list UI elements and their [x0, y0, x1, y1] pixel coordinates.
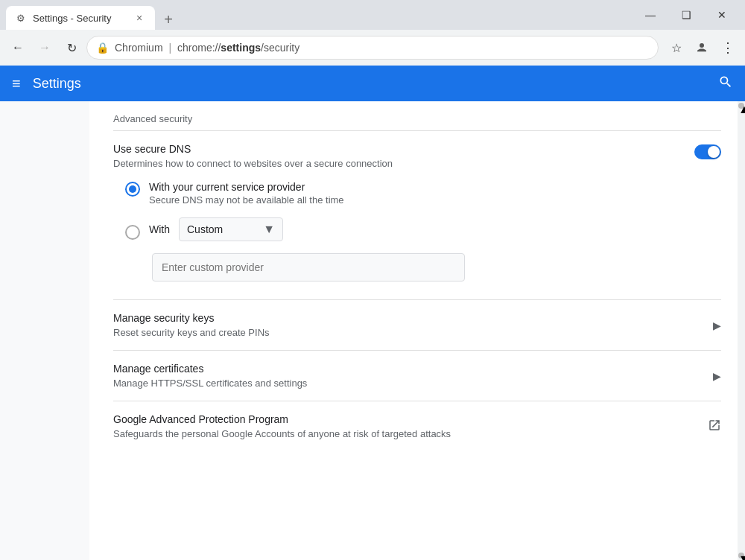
- sidebar: [0, 101, 89, 560]
- active-tab[interactable]: ⚙ Settings - Security ×: [6, 6, 155, 30]
- manage-security-keys-content: Manage security keys Reset security keys…: [113, 312, 713, 338]
- url-bold: settings: [221, 42, 261, 54]
- radio-custom[interactable]: [125, 225, 140, 240]
- back-button[interactable]: ←: [6, 36, 30, 60]
- dns-option-current-title: With your current service provider: [149, 181, 682, 193]
- url-prefix: chrome://: [177, 42, 221, 54]
- custom-provider-select[interactable]: Custom ▼: [179, 217, 283, 241]
- use-secure-dns-content: Use secure DNS Determines how to connect…: [113, 143, 694, 287]
- url-suffix: /security: [261, 42, 299, 54]
- window-controls: — ❑ ✕: [633, 0, 739, 30]
- nav-actions: ☆ ⋮: [665, 36, 739, 60]
- settings-header: ≡ Settings: [0, 66, 745, 101]
- dns-options: With your current service provider Secur…: [113, 169, 694, 287]
- use-secure-dns-title: Use secure DNS: [113, 143, 694, 155]
- select-chevron-down-icon: ▼: [263, 223, 275, 236]
- scroll-arrow-down[interactable]: ▼: [738, 553, 744, 559]
- address-bar[interactable]: 🔒 Chromium | chrome://settings/security: [86, 36, 659, 60]
- profile-button[interactable]: [690, 36, 714, 60]
- secure-icon: 🔒: [96, 42, 109, 54]
- manage-security-keys-title: Manage security keys: [113, 312, 713, 324]
- dns-option-custom-row: With Custom ▼: [113, 211, 694, 247]
- use-secure-dns-toggle[interactable]: [694, 144, 721, 159]
- radio-current-selected: [129, 185, 136, 193]
- manage-security-keys-chevron-icon: ▶: [713, 319, 721, 331]
- manage-security-keys-desc: Reset security keys and create PINs: [113, 327, 713, 338]
- use-secure-dns-toggle-action: [694, 143, 721, 159]
- scroll-arrow-up[interactable]: ▲: [738, 103, 744, 109]
- search-icon[interactable]: [718, 74, 733, 93]
- bookmark-button[interactable]: ☆: [665, 36, 688, 60]
- tab-favicon: ⚙: [15, 12, 27, 24]
- custom-input-row: [113, 247, 694, 287]
- navigation-bar: ← → ↻ 🔒 Chromium | chrome://settings/sec…: [0, 30, 745, 66]
- maximize-button[interactable]: ❑: [669, 0, 703, 30]
- google-protection-row[interactable]: Google Advanced Protection Program Safeg…: [113, 401, 721, 451]
- title-bar: ⚙ Settings - Security × + — ❑ ✕: [0, 0, 745, 30]
- forward-button[interactable]: →: [33, 36, 57, 60]
- section-title-advanced: Advanced security: [113, 113, 192, 124]
- manage-security-keys-row[interactable]: Manage security keys Reset security keys…: [113, 300, 721, 351]
- dns-option-custom-group: With Custom ▼: [113, 211, 694, 287]
- close-button[interactable]: ✕: [705, 0, 739, 30]
- settings-title: Settings: [33, 76, 81, 92]
- radio-current-provider[interactable]: [125, 182, 140, 197]
- with-label: With: [149, 223, 170, 235]
- use-secure-dns-row: Use secure DNS Determines how to connect…: [113, 131, 721, 300]
- reload-button[interactable]: ↻: [60, 36, 83, 60]
- new-tab-button[interactable]: +: [158, 9, 179, 30]
- address-text: Chromium | chrome://settings/security: [115, 42, 649, 54]
- google-protection-content: Google Advanced Protection Program Safeg…: [113, 413, 708, 439]
- hamburger-menu-icon[interactable]: ≡: [12, 75, 21, 92]
- toggle-thumb: [708, 146, 720, 158]
- google-protection-title: Google Advanced Protection Program: [113, 413, 708, 425]
- scrollbar-track[interactable]: ▲ ▼: [738, 101, 745, 560]
- external-link-icon: [708, 419, 721, 435]
- svg-point-0: [700, 43, 704, 48]
- custom-select-value: Custom: [187, 223, 257, 235]
- tabs-area: ⚙ Settings - Security × +: [6, 0, 633, 30]
- main-content: Advanced security Use secure DNS Determi…: [0, 101, 745, 560]
- manage-certificates-row[interactable]: Manage certificates Manage HTTPS/SSL cer…: [113, 351, 721, 401]
- custom-provider-input[interactable]: [152, 253, 465, 281]
- manage-certificates-chevron-icon: ▶: [713, 370, 721, 382]
- dns-option-current-desc: Secure DNS may not be available all the …: [149, 194, 682, 206]
- dns-option-current-content: With your current service provider Secur…: [149, 181, 682, 206]
- tab-title: Settings - Security: [33, 13, 127, 24]
- google-protection-desc: Safeguards the personal Google Accounts …: [113, 428, 708, 439]
- manage-certificates-desc: Manage HTTPS/SSL certificates and settin…: [113, 378, 713, 389]
- manage-certificates-title: Manage certificates: [113, 363, 713, 375]
- menu-button[interactable]: ⋮: [715, 36, 739, 60]
- minimize-button[interactable]: —: [633, 0, 668, 30]
- section-header-advanced: Advanced security: [113, 101, 721, 131]
- content-scroll-area[interactable]: Advanced security Use secure DNS Determi…: [89, 101, 745, 560]
- use-secure-dns-desc: Determines how to connect to websites ov…: [113, 158, 694, 169]
- browser-name: Chromium: [115, 42, 163, 54]
- browser-frame: ⚙ Settings - Security × + — ❑ ✕ ← → ↻ 🔒 …: [0, 0, 745, 560]
- dns-option-current: With your current service provider Secur…: [113, 175, 694, 211]
- tab-close-button[interactable]: ×: [133, 11, 146, 25]
- manage-certificates-content: Manage certificates Manage HTTPS/SSL cer…: [113, 363, 713, 389]
